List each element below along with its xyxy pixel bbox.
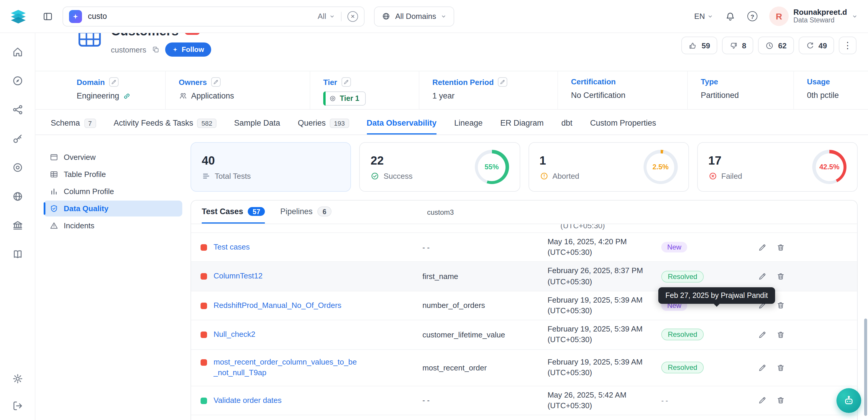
views-button[interactable]: 62 (758, 36, 794, 54)
search-scope-dropdown[interactable]: All (318, 12, 335, 21)
more-options-button[interactable]: ⋮ (839, 36, 857, 54)
page-title: Customers (111, 33, 179, 39)
sidebar-item-data-quality[interactable]: Data Quality (44, 201, 182, 216)
test-case-link[interactable]: number_of_orders_column_values_to_be_ (214, 419, 358, 420)
status-square-icon (200, 359, 207, 366)
test-case-link[interactable]: most_recent_order_column_values_to_be_no… (214, 357, 358, 379)
delete-icon[interactable] (776, 396, 785, 404)
nav-home-icon[interactable] (11, 46, 23, 58)
test-case-link[interactable]: Validate order dates (214, 395, 282, 406)
test-case-link[interactable]: ColumnTest12 (214, 271, 262, 282)
edit-icon[interactable] (758, 243, 767, 251)
app-logo-icon[interactable] (8, 6, 28, 26)
edit-icon[interactable] (758, 330, 767, 339)
link-icon[interactable] (123, 92, 131, 100)
edit-retention-icon[interactable] (498, 77, 507, 87)
globe-icon (382, 12, 391, 21)
sidebar-toggle-icon[interactable] (42, 11, 53, 22)
nav-domains-icon[interactable] (11, 190, 23, 202)
user-role: Data Steward (794, 17, 847, 25)
domains-dropdown[interactable]: All Domains (374, 6, 455, 26)
test-case-link[interactable]: Null_check2 (214, 329, 255, 340)
nav-insights-icon[interactable] (11, 219, 23, 231)
nav-govern-icon[interactable] (11, 133, 23, 145)
meta-retention: Retention Period 1 year (419, 71, 557, 109)
refresh-icon (805, 41, 814, 50)
settings-gear-icon[interactable] (11, 373, 23, 385)
nav-glossary-icon[interactable] (11, 248, 23, 260)
meta-tier: Tier Tier 1 (310, 71, 419, 109)
sidebar-item-table-profile[interactable]: Table Profile (44, 167, 182, 182)
tab-lineage[interactable]: Lineage (454, 113, 483, 134)
logout-icon[interactable] (11, 400, 23, 412)
table-row[interactable]: ColumnTest12 first_name February 26, 202… (191, 262, 857, 291)
delete-icon[interactable] (776, 363, 785, 372)
edit-tier-icon[interactable] (341, 77, 351, 87)
upvote-button[interactable]: 59 (682, 36, 717, 54)
test-case-link[interactable]: Test cases (214, 242, 250, 252)
table-row[interactable]: number_of_orders_column_values_to_be_ nu… (191, 415, 857, 420)
sidebar-item-overview[interactable]: Overview (44, 149, 182, 165)
nav-explore-icon[interactable] (11, 75, 23, 87)
versions-button[interactable]: 49 (798, 36, 834, 54)
delete-icon[interactable] (776, 243, 785, 251)
test-subtabs: Test Cases 57 Pipelines 6 (191, 201, 857, 224)
observability-side-menu: Overview Table Profile Column Profile Da… (44, 142, 182, 420)
sidebar-item-incidents[interactable]: Incidents (44, 218, 182, 234)
user-menu[interactable]: R Rounakpreet.d Data Steward (769, 6, 858, 26)
follow-button[interactable]: Follow (165, 42, 211, 57)
status-badge: Resolved (661, 329, 704, 341)
table-row[interactable]: Validate order dates - - May 26, 2025, 5… (191, 386, 857, 415)
check-circle-icon (371, 171, 380, 180)
downvote-button[interactable]: 8 (722, 36, 753, 54)
subtab-pipelines[interactable]: Pipelines 6 (280, 201, 332, 223)
clear-search-icon[interactable]: ✕ (347, 11, 358, 22)
delete-icon[interactable] (776, 330, 785, 339)
status-badge: - - (661, 396, 668, 404)
clock-icon (765, 41, 774, 50)
tab-dbt[interactable]: dbt (561, 113, 572, 134)
copy-icon[interactable] (152, 46, 160, 54)
chevron-down-icon (329, 13, 335, 19)
meta-type: Type Partitioned (687, 71, 794, 109)
incidents-warning-icon (50, 221, 58, 230)
tab-er-diagram[interactable]: ER Diagram (500, 113, 544, 134)
delete-icon[interactable] (776, 272, 785, 281)
search-input[interactable]: custo (88, 12, 312, 21)
card-total-tests: 40 Total Tests (190, 142, 351, 192)
avatar: R (769, 6, 789, 26)
chevron-down-icon (852, 13, 858, 19)
edit-icon[interactable] (758, 363, 767, 372)
table-profile-icon (50, 170, 58, 179)
tab-activity-feeds[interactable]: Activity Feeds & Tasks582 (114, 113, 216, 134)
tab-custom-properties[interactable]: Custom Properties (590, 113, 656, 134)
subtab-test-cases[interactable]: Test Cases 57 (202, 201, 265, 223)
table-row[interactable]: Null_check2 customer_lifetime_value Febr… (191, 320, 857, 350)
tab-schema[interactable]: Schema7 (51, 113, 96, 134)
status-square-icon (200, 332, 207, 338)
nav-observability-icon[interactable] (11, 162, 23, 173)
edit-icon[interactable] (758, 396, 767, 404)
data-quality-icon (50, 204, 58, 213)
table-row[interactable]: most_recent_order_column_values_to_be_no… (191, 350, 857, 386)
global-search[interactable]: custo All ✕ (63, 6, 365, 26)
sidebar-item-column-profile[interactable]: Column Profile (44, 183, 182, 200)
language-dropdown[interactable]: EN (694, 12, 713, 21)
edit-owners-icon[interactable] (211, 77, 220, 87)
page-scrollbar-thumb[interactable] (864, 319, 867, 416)
test-case-link[interactable]: RedshiftProd_Manual_No_Of_Orders (214, 300, 342, 311)
delete-icon[interactable] (776, 301, 785, 310)
tab-data-observability[interactable]: Data Observability (367, 113, 436, 134)
table-row[interactable]: Test cases - - May 16, 2025, 4:20 PM (UT… (191, 233, 857, 262)
thumbs-up-icon (689, 41, 698, 50)
edit-domain-icon[interactable] (109, 77, 118, 87)
chat-assistant-button[interactable] (836, 388, 861, 413)
help-icon[interactable]: ? (747, 11, 757, 21)
tab-sample-data[interactable]: Sample Data (234, 113, 280, 134)
edit-icon[interactable] (758, 272, 767, 281)
failed-donut: 42.5% (812, 150, 846, 184)
nav-lineage-icon[interactable] (11, 104, 23, 116)
aborted-donut: 2.5% (644, 150, 678, 184)
tab-queries[interactable]: Queries193 (298, 113, 349, 134)
notifications-bell-icon[interactable] (725, 11, 736, 22)
